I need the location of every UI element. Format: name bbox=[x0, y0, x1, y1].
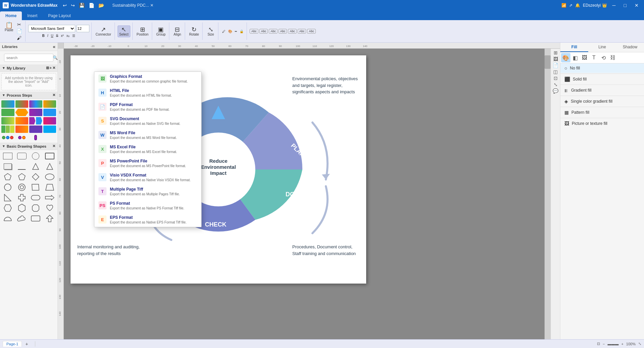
basic-shape-circle-sm[interactable] bbox=[1, 183, 14, 192]
style-1[interactable]: Abc bbox=[250, 29, 258, 34]
basic-shape-parallelogram[interactable] bbox=[29, 183, 42, 192]
basic-shape-cloud[interactable] bbox=[15, 214, 29, 223]
fill-icon-button[interactable]: 🎨 bbox=[561, 53, 570, 62]
shape-item[interactable] bbox=[43, 126, 56, 133]
basic-shape-half-circle[interactable] bbox=[1, 214, 14, 223]
basic-shape-pentagon-2[interactable] bbox=[15, 172, 29, 182]
basic-shape-arrow-2[interactable] bbox=[43, 214, 56, 223]
paste-button[interactable]: 📋 Paste bbox=[3, 21, 15, 41]
basic-shape-right-triangle[interactable] bbox=[1, 193, 14, 202]
tab-page-layout[interactable]: Page Layout bbox=[43, 11, 76, 20]
bold-button[interactable]: B bbox=[41, 34, 45, 38]
basic-shape-donut[interactable] bbox=[15, 183, 29, 192]
dropdown-item-7[interactable]: V Visio VSDX Format Export the document … bbox=[94, 170, 201, 185]
basic-shape-ellipse[interactable] bbox=[43, 172, 56, 182]
fill-color-button[interactable]: 🎨 bbox=[227, 29, 233, 34]
shape-item[interactable] bbox=[1, 117, 14, 125]
fill-option-pattern[interactable]: ▦ Pattern fill bbox=[560, 108, 644, 117]
link-panel-button[interactable]: ⛓ bbox=[608, 53, 617, 62]
shape-item[interactable] bbox=[29, 117, 42, 125]
basic-shape-hexagon-2[interactable] bbox=[15, 203, 29, 213]
tab-insert[interactable]: Insert bbox=[22, 11, 43, 20]
shadow-button[interactable]: 🔒 bbox=[239, 29, 245, 34]
basic-shapes-close-icon[interactable]: ✕ bbox=[52, 144, 55, 148]
format-painter-button[interactable]: 🖌 bbox=[15, 35, 23, 41]
open-button[interactable]: 📂 bbox=[97, 2, 105, 9]
basic-shape-trapezoid[interactable] bbox=[43, 183, 56, 192]
line-color-button[interactable]: 🖊 bbox=[221, 29, 226, 34]
dropdown-item-4[interactable]: W MS Word File Export the document as MS… bbox=[94, 128, 201, 142]
shape-item[interactable] bbox=[15, 100, 29, 108]
basic-shape-triangle[interactable] bbox=[15, 162, 29, 171]
process-steps-section-header[interactable]: ▼ Process Steps ✕ bbox=[0, 92, 57, 99]
tab-fill[interactable]: Fill bbox=[560, 43, 588, 52]
image-icon[interactable]: 🖼 bbox=[553, 56, 558, 62]
save-button[interactable]: 💾 bbox=[78, 2, 86, 9]
zoom-slider[interactable]: ▬▬▬ bbox=[607, 342, 618, 346]
page-icon[interactable]: 📄 bbox=[553, 63, 558, 68]
shape-item[interactable] bbox=[1, 126, 14, 133]
superscript-button[interactable]: x² bbox=[60, 34, 65, 38]
dropdown-item-8[interactable]: T Multiple Page Tiff Export the document… bbox=[94, 185, 201, 199]
shape-item[interactable] bbox=[15, 126, 29, 133]
basic-shape-diamond[interactable] bbox=[29, 172, 42, 182]
format-icon[interactable]: ⊞ bbox=[554, 50, 558, 55]
fit-icon[interactable]: ⊡ bbox=[597, 342, 600, 346]
search-input[interactable] bbox=[6, 56, 53, 60]
fullscreen-icon[interactable]: ⤡ bbox=[638, 342, 641, 346]
dropdown-item-10[interactable]: E EPS Format Export the document as Nati… bbox=[94, 213, 201, 227]
arrow-panel-button[interactable]: ⟲ bbox=[599, 53, 608, 62]
subscript-button[interactable]: x₂ bbox=[66, 34, 71, 38]
font-family-selector[interactable]: Microsoft Sans Serif bbox=[28, 25, 75, 32]
style-2[interactable]: Abc bbox=[259, 29, 268, 34]
scrollbar-vertical[interactable] bbox=[545, 49, 551, 340]
dropdown-item-9[interactable]: PS PS Format Export the document as Nati… bbox=[94, 199, 201, 213]
chat-icon[interactable]: 💬 bbox=[553, 88, 558, 94]
position-button[interactable]: ⊞ Position bbox=[135, 26, 150, 37]
basic-shape-curved-rect[interactable] bbox=[29, 214, 42, 223]
dropdown-item-0[interactable]: 🖼 Graphics Format Export the document as… bbox=[94, 72, 201, 86]
new-button[interactable]: 📄 bbox=[87, 2, 96, 9]
shape-style-button[interactable]: ◧ bbox=[570, 53, 580, 62]
shape-item[interactable] bbox=[1, 109, 14, 116]
close-button[interactable]: ✕ bbox=[632, 1, 641, 9]
grid-icon[interactable]: ⊡ bbox=[554, 76, 558, 81]
shape-item[interactable] bbox=[29, 134, 42, 141]
basic-shape-triangle-3[interactable] bbox=[43, 162, 56, 171]
basic-shape-hexagon[interactable] bbox=[1, 203, 14, 213]
italic-button[interactable]: I bbox=[46, 34, 49, 38]
minimize-button[interactable]: ─ bbox=[610, 1, 618, 9]
zoom-out-icon[interactable]: − bbox=[603, 342, 605, 346]
text-panel-button[interactable]: T bbox=[589, 53, 599, 62]
shape-item[interactable] bbox=[29, 109, 42, 116]
connector-button[interactable]: ↗ Connector bbox=[94, 26, 113, 37]
basic-shape-cross[interactable] bbox=[15, 193, 29, 202]
add-page-button[interactable]: + bbox=[23, 341, 31, 347]
undo-button[interactable]: ↩ bbox=[61, 2, 68, 9]
fill-option-single-gradient[interactable]: ◈ Single color gradient fill bbox=[560, 97, 644, 106]
basic-shape-shadow-rect[interactable] bbox=[1, 162, 14, 171]
shape-item[interactable] bbox=[15, 134, 29, 141]
dropdown-item-2[interactable]: 📄 PDF Format Export the document as PDF … bbox=[94, 100, 201, 114]
copy-button[interactable]: 📄 bbox=[15, 28, 23, 34]
size-button[interactable]: ⤡ Size bbox=[205, 26, 216, 37]
basic-shape-stadium[interactable] bbox=[29, 193, 42, 202]
my-library-section-header[interactable]: ▼ My Library ⊞ + ✕ bbox=[0, 64, 57, 72]
shape-item[interactable] bbox=[43, 100, 56, 108]
basic-shape-circle[interactable] bbox=[29, 151, 42, 161]
list-button[interactable]: ☰ bbox=[71, 34, 76, 38]
shape-item[interactable] bbox=[29, 100, 42, 108]
tab-home[interactable]: Home bbox=[0, 11, 22, 20]
select-button[interactable]: ↖ Select bbox=[118, 26, 130, 37]
maximize-button[interactable]: □ bbox=[621, 1, 629, 9]
my-library-add-icon[interactable]: + bbox=[50, 66, 52, 70]
basic-shape-triangle-2[interactable] bbox=[29, 162, 42, 171]
dropdown-item-6[interactable]: P MS PowerPoint File Export the document… bbox=[94, 156, 201, 170]
fill-option-picture[interactable]: 🖼 Picture or texture fill bbox=[560, 119, 644, 128]
align-button[interactable]: ⊟ Align bbox=[172, 26, 183, 37]
fill-option-solid[interactable]: ⬛ Solid fill bbox=[560, 74, 644, 84]
tab-line[interactable]: Line bbox=[588, 43, 616, 52]
style-3[interactable]: Abc bbox=[269, 29, 277, 34]
basic-shape-octagon[interactable] bbox=[29, 203, 42, 213]
shape-item[interactable] bbox=[15, 109, 29, 116]
